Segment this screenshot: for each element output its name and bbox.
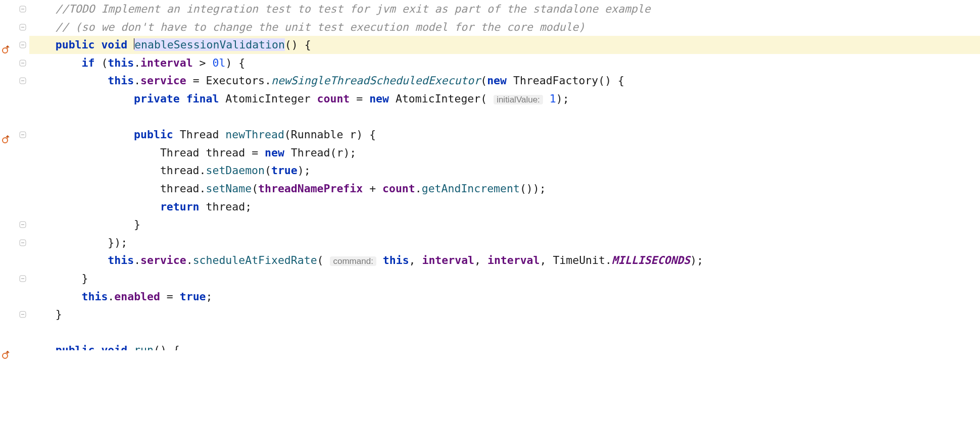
fold-toggle-icon[interactable]: [19, 60, 26, 67]
code-line[interactable]: });: [29, 234, 980, 252]
code-line[interactable]: this.enabled = true;: [29, 288, 980, 306]
inlay-hint: command:: [330, 256, 376, 266]
code-line[interactable]: }: [29, 216, 980, 234]
code-line-blank[interactable]: [29, 324, 980, 342]
code-line-current[interactable]: public void enableSessionValidation() {: [29, 36, 980, 54]
code-line[interactable]: }: [29, 305, 980, 324]
code-line[interactable]: }: [29, 270, 980, 288]
code-line[interactable]: //TODO Implement an integration test to …: [29, 0, 980, 18]
method-name-selection: enableSessionValidation: [134, 38, 285, 51]
code-line[interactable]: Thread thread = new Thread(r);: [29, 144, 980, 162]
svg-point-1: [3, 138, 8, 143]
override-marker-icon[interactable]: [2, 346, 10, 354]
todo-comment: //TODO Implement an integration test to …: [56, 3, 651, 15]
code-line-partial[interactable]: public void run() {: [29, 341, 980, 350]
code-line[interactable]: thread.setName(threadNamePrefix + count.…: [29, 180, 980, 198]
code-line[interactable]: // (so we don't have to change the unit …: [29, 18, 980, 36]
svg-point-2: [3, 353, 8, 358]
fold-toggle-icon[interactable]: [19, 24, 26, 31]
fold-toggle-icon[interactable]: [19, 6, 26, 13]
code-line[interactable]: return thread;: [29, 198, 980, 216]
fold-toggle-icon[interactable]: [19, 77, 26, 84]
svg-point-0: [3, 48, 8, 53]
fold-toggle-icon[interactable]: [19, 239, 26, 246]
fold-toggle-icon[interactable]: [19, 275, 26, 282]
editor-gutter[interactable]: [0, 0, 29, 430]
code-line[interactable]: this.service = Executors.newSingleThread…: [29, 72, 980, 90]
fold-column[interactable]: [19, 0, 29, 430]
code-line-blank[interactable]: [29, 108, 980, 126]
override-marker-icon[interactable]: [2, 41, 10, 49]
inlay-hint: initialValue:: [494, 95, 543, 104]
code-line[interactable]: public Thread newThread(Runnable r) {: [29, 126, 980, 144]
code-text-area[interactable]: //TODO Implement an integration test to …: [29, 0, 980, 430]
code-line[interactable]: this.service.scheduleAtFixedRate( comman…: [29, 251, 980, 270]
fold-toggle-icon[interactable]: [19, 131, 26, 138]
override-marker-icon[interactable]: [2, 131, 10, 139]
comment: // (so we don't have to change the unit …: [56, 21, 585, 33]
fold-toggle-icon[interactable]: [19, 41, 26, 48]
code-editor[interactable]: //TODO Implement an integration test to …: [0, 0, 980, 430]
fold-toggle-icon[interactable]: [19, 221, 26, 228]
fold-toggle-icon[interactable]: [19, 311, 26, 318]
code-line[interactable]: if (this.interval > 0l) {: [29, 54, 980, 72]
code-line[interactable]: thread.setDaemon(true);: [29, 162, 980, 180]
code-line[interactable]: private final AtomicInteger count = new …: [29, 90, 980, 108]
